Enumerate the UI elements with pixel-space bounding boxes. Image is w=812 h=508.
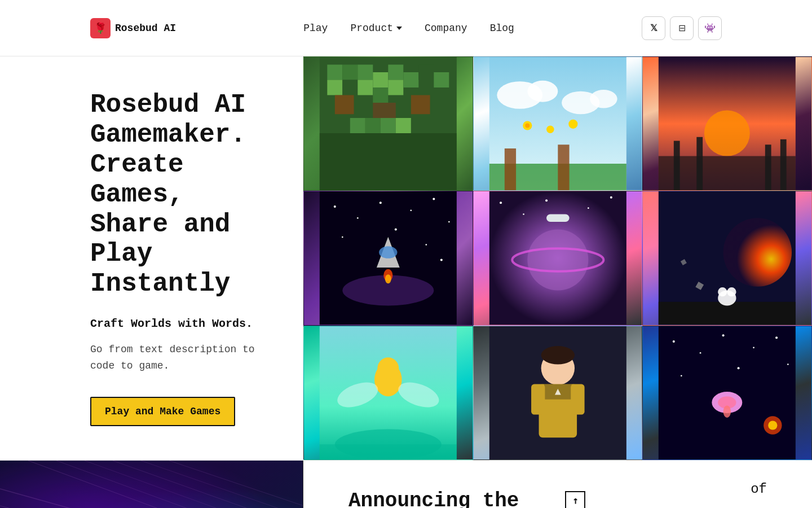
- svg-point-24: [527, 81, 558, 102]
- svg-point-103: [769, 421, 778, 430]
- svg-point-63: [610, 196, 612, 199]
- hero-description: Go from text description to code to game…: [90, 341, 269, 374]
- svg-point-96: [787, 364, 789, 365]
- svg-rect-8: [358, 80, 373, 95]
- svg-point-93: [722, 334, 725, 336]
- game-thumb-9[interactable]: [642, 326, 812, 460]
- game-thumb-2[interactable]: [473, 56, 643, 191]
- svg-rect-20: [396, 118, 411, 133]
- announcement-arrow-link[interactable]: ↗: [565, 491, 585, 508]
- svg-point-42: [334, 205, 336, 208]
- twitter-button[interactable]: 𝕏: [642, 16, 665, 40]
- svg-point-91: [673, 340, 675, 343]
- svg-point-28: [525, 123, 529, 128]
- svg-point-74: [727, 287, 736, 296]
- game-thumb-7[interactable]: [303, 326, 473, 460]
- svg-rect-66: [546, 214, 570, 222]
- social-links: 𝕏 ⊟ 👾: [642, 16, 722, 40]
- nav-link-blog[interactable]: Blog: [490, 23, 514, 34]
- svg-rect-5: [388, 65, 403, 80]
- nav-link-play[interactable]: Play: [303, 23, 328, 34]
- announcement-title: Announcing the Week of AI x Rosebud Game…: [348, 489, 558, 508]
- hero-title: Rosebud AI Gamemaker. Create Games, Shar…: [90, 90, 269, 299]
- lower-right-announcement: Announcing the Week of AI x Rosebud Game…: [303, 461, 812, 508]
- nav-link-company[interactable]: Company: [425, 23, 467, 34]
- svg-point-46: [433, 198, 435, 200]
- svg-rect-4: [373, 72, 388, 87]
- svg-point-26: [590, 90, 617, 108]
- svg-rect-7: [342, 80, 358, 95]
- lower-section: 🌹 Rosebud AI X Week of AI Level Up Your …: [0, 461, 812, 508]
- twitter-icon: 𝕏: [650, 23, 657, 33]
- main-content: Rosebud AI Gamemaker. Create Games, Shar…: [0, 0, 812, 508]
- logo-icon: 🌹: [90, 18, 111, 38]
- svg-line-110: [113, 461, 303, 508]
- svg-point-48: [342, 237, 343, 238]
- hero-left: Rosebud AI Gamemaker. Create Games, Shar…: [0, 56, 303, 460]
- game-thumb-6[interactable]: [642, 191, 812, 325]
- svg-point-61: [545, 199, 548, 202]
- svg-point-30: [568, 120, 577, 129]
- svg-point-97: [681, 375, 682, 376]
- svg-rect-16: [411, 95, 430, 115]
- svg-rect-9: [373, 87, 388, 103]
- svg-point-57: [385, 274, 391, 283]
- svg-point-60: [523, 213, 524, 215]
- thumb-1-decoration: [304, 57, 473, 190]
- svg-point-68: [723, 218, 792, 287]
- game-thumb-5[interactable]: [473, 191, 643, 325]
- game-thumb-8[interactable]: [473, 326, 643, 460]
- discord-icon: ⊟: [678, 23, 686, 33]
- svg-rect-81: [320, 444, 457, 459]
- svg-line-111: [141, 461, 303, 508]
- svg-point-50: [425, 244, 427, 246]
- svg-line-107: [28, 461, 303, 508]
- svg-point-49: [395, 229, 397, 231]
- svg-point-94: [753, 347, 755, 348]
- svg-rect-32: [504, 148, 515, 190]
- svg-point-84: [541, 346, 574, 364]
- svg-point-43: [357, 217, 359, 219]
- cta-button[interactable]: Play and Make Games: [90, 397, 235, 426]
- svg-rect-21: [320, 133, 457, 190]
- svg-rect-11: [403, 72, 418, 87]
- svg-rect-13: [434, 72, 449, 87]
- svg-rect-88: [531, 384, 545, 414]
- svg-point-62: [588, 208, 589, 209]
- navbar: 🌹 Rosebud AI Play Product Company Blog 𝕏…: [0, 0, 812, 56]
- svg-rect-2: [342, 65, 358, 80]
- svg-rect-6: [327, 80, 342, 95]
- nav-link-product[interactable]: Product: [350, 23, 402, 34]
- reddit-icon: 👾: [704, 23, 716, 33]
- nav-logo[interactable]: 🌹 Rosebud AI: [90, 18, 176, 38]
- game-thumbnails-grid: [303, 56, 812, 460]
- game-thumb-1[interactable]: [303, 56, 473, 191]
- svg-point-47: [448, 221, 450, 223]
- svg-rect-19: [381, 118, 396, 133]
- logo-text: Rosebud AI: [115, 23, 176, 34]
- svg-point-64: [527, 230, 588, 291]
- svg-rect-12: [418, 65, 434, 80]
- svg-rect-14: [335, 95, 354, 115]
- svg-rect-37: [674, 141, 680, 191]
- svg-point-98: [738, 367, 740, 369]
- svg-point-95: [775, 336, 778, 339]
- svg-point-73: [718, 287, 727, 296]
- svg-rect-38: [697, 137, 703, 191]
- svg-line-112: [169, 461, 303, 506]
- discord-button[interactable]: ⊟: [670, 16, 694, 40]
- game-thumb-3[interactable]: [642, 56, 812, 191]
- reddit-button[interactable]: 👾: [698, 16, 722, 40]
- announcement-block: Announcing the Week of AI x Rosebud Game…: [348, 489, 585, 508]
- svg-point-59: [500, 202, 502, 204]
- svg-rect-1: [327, 65, 342, 80]
- svg-point-45: [410, 210, 412, 212]
- hero-section: Rosebud AI Gamemaker. Create Games, Shar…: [0, 56, 812, 461]
- svg-rect-18: [365, 118, 381, 133]
- svg-rect-39: [765, 144, 771, 190]
- game-thumb-4[interactable]: [303, 191, 473, 325]
- svg-point-77: [377, 357, 399, 379]
- svg-rect-89: [571, 384, 584, 414]
- svg-point-55: [379, 246, 397, 259]
- svg-point-101: [723, 405, 731, 418]
